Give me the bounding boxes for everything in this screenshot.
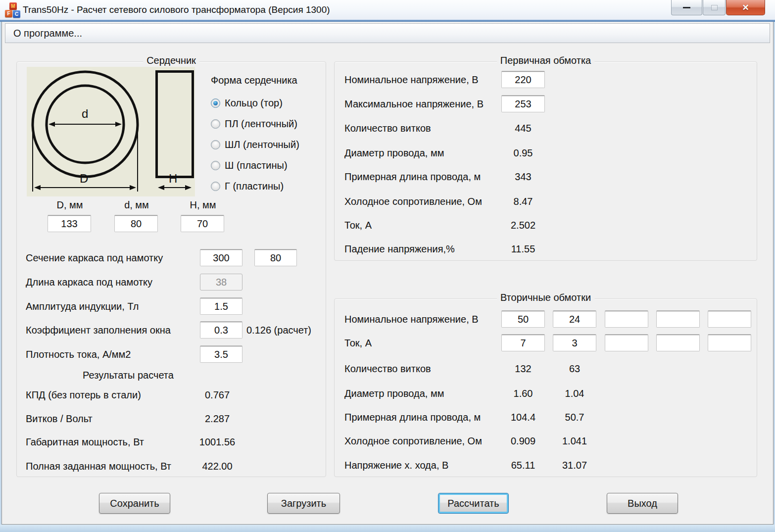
primary-wire-diameter-label: Диаметр провода, мм	[344, 147, 444, 159]
param-input-induction[interactable]	[200, 298, 242, 315]
secondary-cold-resistance-label: Холодное сопротивление, Ом	[344, 435, 482, 447]
titlebar: M F C Trans50Hz - Расчет сетевого силово…	[0, 0, 775, 20]
secondary-current-input-3[interactable]	[605, 335, 648, 351]
primary-voltage-drop-value: 11.55	[501, 243, 545, 255]
secondary-cold-resistance-value-1: 0.909	[501, 435, 545, 447]
groupbox-primary-title: Первичная обмотка	[497, 55, 594, 66]
app-window: M F C Trans50Hz - Расчет сетевого силово…	[0, 0, 775, 532]
secondary-wire-length-value-2: 50.7	[553, 412, 596, 423]
calculate-button[interactable]: Рассчитать	[438, 493, 509, 514]
radio-shape-g[interactable]: Г (пластины)	[211, 181, 284, 192]
secondary-wire-diameter-label: Диаметр провода, мм	[344, 388, 444, 399]
dim-input-D[interactable]	[48, 215, 91, 232]
secondary-no-load-voltage-label: Напряжение х. хода, В	[344, 460, 448, 471]
radio-icon	[211, 161, 220, 170]
radio-icon	[211, 140, 220, 149]
radio-label: ПЛ (ленточный)	[225, 118, 297, 130]
svg-text:H: H	[169, 172, 177, 185]
dim-label-D: D, мм	[48, 199, 92, 211]
param-input-current-density[interactable]	[200, 346, 242, 363]
result-value-overall-power: 1001.56	[190, 436, 244, 448]
app-icon-block: F	[5, 10, 12, 17]
param-label-induction: Амплитуда индукции, Тл	[26, 298, 139, 315]
menu-item-about[interactable]: О программе...	[5, 24, 90, 43]
result-value-efficiency: 0.767	[190, 389, 244, 401]
result-label-overall-power: Габаритная мощность, Вт	[26, 436, 144, 448]
param-label-frame-length: Длина каркаса под намотку	[26, 274, 152, 290]
results-title: Результаты расчета	[17, 370, 240, 381]
radio-label: Г (пластины)	[225, 181, 284, 192]
primary-turns-value: 445	[501, 123, 545, 134]
fill-factor-calculated: 0.126 (расчет)	[246, 322, 311, 339]
save-button[interactable]: Сохранить	[99, 493, 170, 514]
radio-label: ШЛ (ленточный)	[225, 139, 299, 150]
core-diagram-svg: d D H	[27, 67, 195, 196]
secondary-voltage-input-4[interactable]	[656, 311, 700, 328]
primary-turns-label: Количество витков	[344, 123, 431, 134]
radio-shape-shl[interactable]: ШЛ (ленточный)	[211, 139, 299, 150]
primary-wire-diameter-value: 0.95	[501, 147, 545, 159]
core-diagram: d D H	[27, 67, 195, 196]
radio-icon	[211, 98, 220, 108]
secondary-wire-length-value-1: 104.4	[501, 412, 545, 423]
param-label-cross-section: Сечение каркаса под намотку	[26, 249, 163, 266]
dim-input-d[interactable]	[114, 215, 158, 232]
param-label-current-density: Плотность тока, А/мм2	[26, 346, 131, 363]
secondary-wire-length-label: Примерная длина провода, м	[344, 412, 481, 423]
secondary-voltage-input-3[interactable]	[605, 311, 648, 328]
primary-max-voltage-label: Максимальное напряжение, В	[344, 96, 484, 112]
secondary-voltage-label: Номинальное напряжение, В	[344, 311, 479, 328]
groupbox-secondary: Вторичные обмотки Номинальное напряжение…	[334, 298, 757, 477]
radio-label: Кольцо (тор)	[225, 97, 283, 109]
svg-text:D: D	[80, 172, 88, 185]
exit-button[interactable]: Выход	[607, 493, 678, 514]
secondary-no-load-voltage-value-2: 31.07	[553, 460, 596, 471]
close-button[interactable]	[726, 0, 765, 15]
radio-shape-pl[interactable]: ПЛ (ленточный)	[211, 118, 297, 130]
result-value-turns-per-volt: 2.287	[190, 413, 244, 425]
app-icon-block: C	[13, 10, 20, 18]
app-icon-block: M	[9, 2, 17, 10]
secondary-voltage-input-1[interactable]	[501, 311, 545, 328]
result-label-turns-per-volt: Витков / Вольт	[26, 413, 93, 425]
radio-shape-ring[interactable]: Кольцо (тор)	[211, 97, 283, 109]
param-input-fill-factor[interactable]	[200, 322, 242, 339]
param-input-cross-section-1[interactable]	[200, 249, 242, 266]
primary-nominal-voltage-input[interactable]	[501, 71, 545, 88]
secondary-turns-value-2: 63	[553, 363, 596, 375]
secondary-current-input-4[interactable]	[656, 335, 700, 351]
primary-current-value: 2.502	[501, 220, 545, 231]
primary-current-label: Ток, А	[344, 220, 372, 231]
dim-label-H: H, мм	[181, 199, 225, 211]
primary-max-voltage-input[interactable]	[501, 96, 545, 112]
secondary-wire-diameter-value-1: 1.60	[501, 388, 545, 399]
radio-label: Ш (пластины)	[225, 160, 288, 171]
groupbox-primary: Первичная обмотка Номинальное напряжение…	[334, 61, 757, 261]
radio-shape-sh[interactable]: Ш (пластины)	[211, 160, 288, 171]
maximize-button	[703, 0, 726, 15]
secondary-current-input-2[interactable]	[553, 335, 596, 351]
minimize-icon	[683, 7, 690, 8]
radio-icon	[211, 182, 220, 191]
minimize-button[interactable]	[671, 0, 702, 15]
dim-input-H[interactable]	[181, 215, 224, 232]
secondary-cold-resistance-value-2: 1.041	[553, 435, 596, 447]
secondary-turns-label: Количество витков	[344, 363, 431, 375]
result-label-total-power: Полная заданная мощность, Вт	[26, 461, 171, 472]
window-title: Trans50Hz - Расчет сетевого силового тра…	[23, 0, 330, 20]
menubar: О программе...	[5, 23, 770, 43]
secondary-current-input-1[interactable]	[501, 335, 545, 351]
groupbox-core: Сердечник d D H	[16, 61, 326, 477]
param-input-cross-section-2[interactable]	[254, 249, 297, 266]
primary-nominal-voltage-label: Номинальное напряжение, В	[344, 71, 479, 88]
primary-voltage-drop-label: Падение напряжения,%	[344, 243, 455, 255]
primary-wire-length-value: 343	[501, 171, 545, 183]
secondary-voltage-input-2[interactable]	[553, 311, 596, 328]
secondary-voltage-input-5[interactable]	[708, 311, 751, 328]
window-frame-bottom	[0, 525, 775, 532]
load-button[interactable]: Загрузить	[267, 493, 340, 514]
param-input-frame-length	[200, 274, 242, 290]
secondary-current-input-5[interactable]	[708, 335, 751, 351]
primary-cold-resistance-value: 8.47	[501, 196, 545, 207]
param-label-fill-factor: Коэффициент заполнения окна	[26, 322, 171, 339]
